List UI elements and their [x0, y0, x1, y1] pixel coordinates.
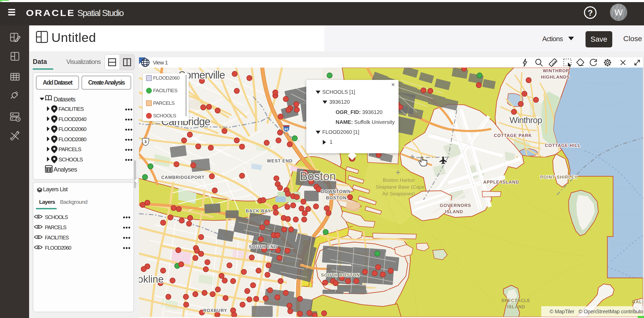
svg-text:COTTAGE PARK: COTTAGE PARK — [494, 133, 532, 138]
svg-text:HIGHLANDS: HIGHLANDS — [541, 75, 570, 80]
svg-text:Layers: Layers — [39, 199, 55, 205]
svg-text:Background: Background — [60, 199, 87, 205]
svg-text:FACILITIES: FACILITIES — [58, 106, 84, 112]
svg-text:GOVERNORS: GOVERNORS — [440, 203, 471, 208]
svg-text:BOSTON.: BOSTON. — [326, 195, 348, 200]
svg-text:ISLAND: ISLAND — [445, 209, 463, 214]
svg-text:© MapTiler © OpenStreetMap c: © MapTiler © OpenStreetMap contributors — [550, 309, 643, 314]
svg-text:ISLAND: ISLAND — [507, 304, 525, 309]
svg-text:ROXBURY: ROXBURY — [203, 308, 227, 313]
svg-text:GALL: GALL — [632, 299, 643, 304]
svg-text:WINTHROP: WINTHROP — [543, 68, 569, 73]
svg-text:FLOOD2060: FLOOD2060 — [45, 245, 71, 251]
svg-text:FACILITIES: FACILITIES — [153, 88, 177, 93]
svg-text:Winthrop: Winthrop — [509, 115, 542, 125]
svg-text:BACK BAY: BACK BAY — [246, 209, 271, 213]
svg-text:Boston Harbor: Boston Harbor — [383, 177, 415, 183]
svg-text:SOUTH BOSTON: SOUTH BOSTON — [321, 273, 360, 278]
svg-text:PARCELS: PARCELS — [153, 100, 175, 106]
svg-text:okline: okline — [139, 274, 164, 285]
svg-text:FLOOD2080: FLOOD2080 — [58, 136, 86, 142]
svg-text:APPLE ISLAND: APPLE ISLAND — [483, 180, 519, 185]
svg-text:SCHOOLS: SCHOOLS — [58, 156, 83, 162]
svg-text:WEST END: WEST END — [267, 158, 293, 163]
svg-text:Layers List: Layers List — [43, 186, 68, 193]
svg-text:93: 93 — [285, 127, 288, 131]
svg-text:FLOOD2040: FLOOD2040 — [58, 116, 86, 122]
svg-text:Datasets: Datasets — [53, 96, 76, 103]
svg-text:FLOOD2060: FLOOD2060 — [58, 126, 86, 132]
svg-text:FACILITIES: FACILITIES — [45, 235, 69, 240]
svg-text:Seaplane Base (Cape: Seaplane Base (Cape — [376, 184, 425, 190]
svg-text:POINT SHIRLEY: POINT SHIRLEY — [540, 175, 578, 180]
svg-text:Analyses: Analyses — [53, 166, 77, 173]
svg-text:SCHOOLS: SCHOOLS — [153, 113, 176, 118]
svg-text:SCHOOLS: SCHOOLS — [45, 214, 68, 220]
svg-text:SOUTH END: SOUTH END — [249, 244, 277, 249]
svg-text:CAMBRIDGEPORT: CAMBRIDGEPORT — [161, 175, 205, 180]
svg-text:Boston: Boston — [300, 170, 336, 183]
svg-text:COTTAGE HILL: COTTAGE HILL — [545, 143, 581, 148]
svg-text:FLOOD2060: FLOOD2060 — [153, 75, 180, 81]
svg-text:PARCELS: PARCELS — [45, 224, 67, 230]
svg-text:DOWNTOWN: DOWNTOWN — [321, 189, 351, 194]
svg-text:3: 3 — [144, 139, 147, 144]
svg-text:Air Seaplanes): Air Seaplanes) — [382, 191, 415, 196]
svg-text:PARCELS: PARCELS — [58, 146, 81, 152]
svg-text:SPECTACLE: SPECTACLE — [501, 298, 530, 303]
